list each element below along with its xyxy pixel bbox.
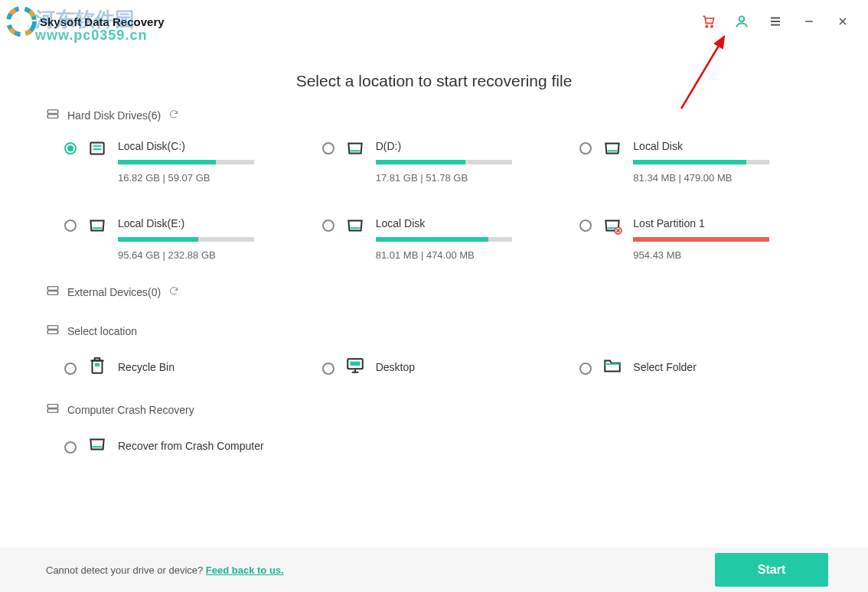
start-button[interactable]: Start bbox=[715, 553, 828, 587]
svg-rect-25 bbox=[47, 405, 58, 408]
drive-item[interactable]: Lost Partition 1954.43 MB bbox=[579, 217, 837, 261]
cart-icon[interactable] bbox=[700, 13, 716, 30]
disk-icon bbox=[345, 216, 365, 239]
refresh-icon[interactable] bbox=[168, 109, 179, 122]
minimize-button[interactable] bbox=[801, 13, 817, 30]
capacity-bar bbox=[376, 237, 512, 242]
drive-body: Local Disk(C:)16.82 GB | 59.07 GB bbox=[118, 140, 279, 184]
location-desktop[interactable]: Desktop bbox=[322, 356, 580, 379]
section-external: External Devices(0) bbox=[0, 284, 868, 300]
capacity-bar bbox=[118, 160, 254, 164]
refresh-icon[interactable] bbox=[168, 285, 179, 298]
svg-rect-16 bbox=[47, 287, 58, 291]
svg-rect-11 bbox=[608, 150, 618, 151]
drive-name: Local Disk(C:) bbox=[118, 140, 279, 152]
svg-rect-9 bbox=[93, 148, 102, 150]
radio[interactable] bbox=[64, 142, 77, 155]
location-recycle-bin[interactable]: Recycle Bin bbox=[64, 356, 322, 379]
drive-body: Local Disk81.01 MB | 474.00 MB bbox=[376, 217, 537, 261]
section-hard-disk: Hard Disk Drives(6) bbox=[0, 107, 868, 123]
location-select-folder[interactable]: Select Folder bbox=[579, 356, 837, 379]
menu-icon[interactable] bbox=[767, 13, 784, 30]
location-label: Desktop bbox=[376, 361, 415, 373]
svg-rect-23 bbox=[350, 362, 360, 366]
svg-rect-10 bbox=[350, 150, 360, 151]
radio[interactable] bbox=[64, 220, 77, 232]
location-label: Recycle Bin bbox=[118, 361, 175, 373]
location-label: Select Folder bbox=[633, 361, 696, 373]
drive-capacity: 17.81 GB | 51.78 GB bbox=[376, 172, 537, 184]
drive-name: Local Disk bbox=[633, 140, 794, 152]
drive-item[interactable]: Local Disk81.01 MB | 474.00 MB bbox=[322, 217, 580, 261]
svg-rect-18 bbox=[47, 326, 58, 330]
page-title: Select a location to start recovering fi… bbox=[0, 72, 868, 90]
drive-item[interactable]: Local Disk81.34 MB | 479.00 MB bbox=[579, 140, 837, 184]
drive-stack-icon bbox=[46, 107, 60, 123]
disk-icon bbox=[602, 138, 622, 161]
radio[interactable] bbox=[579, 220, 592, 232]
app-logo-icon bbox=[6, 6, 37, 37]
drive-name: D(D:) bbox=[376, 140, 537, 152]
disk-icon bbox=[602, 216, 622, 239]
recycle-bin-icon bbox=[87, 356, 107, 379]
capacity-bar bbox=[633, 160, 769, 164]
radio[interactable] bbox=[322, 220, 334, 232]
title-actions bbox=[700, 13, 860, 30]
section-crash-recovery: Computer Crash Recovery bbox=[0, 402, 868, 418]
drive-body: D(D:)17.81 GB | 51.78 GB bbox=[376, 140, 537, 184]
drive-item[interactable]: D(D:)17.81 GB | 51.78 GB bbox=[322, 140, 580, 184]
drive-stack-icon bbox=[46, 323, 60, 339]
radio[interactable] bbox=[579, 142, 592, 155]
svg-rect-21 bbox=[95, 363, 100, 366]
drive-body: Local Disk(E:)95.64 GB | 232.88 GB bbox=[118, 217, 279, 261]
capacity-bar bbox=[633, 237, 769, 242]
drive-item[interactable]: Local Disk(E:)95.64 GB | 232.88 GB bbox=[64, 217, 322, 261]
user-icon[interactable] bbox=[733, 13, 750, 30]
section-crash-label: Computer Crash Recovery bbox=[67, 404, 194, 416]
radio[interactable] bbox=[322, 142, 334, 155]
drive-stack-icon bbox=[46, 402, 60, 418]
drive-capacity: 16.82 GB | 59.07 GB bbox=[118, 172, 279, 184]
footer-message: Cannot detect your drive or device? Feed… bbox=[46, 563, 284, 577]
drive-item[interactable]: Local Disk(C:)16.82 GB | 59.07 GB bbox=[64, 140, 322, 184]
drive-body: Local Disk81.34 MB | 479.00 MB bbox=[633, 140, 794, 184]
svg-rect-20 bbox=[93, 361, 103, 373]
section-select-location-label: Select location bbox=[67, 325, 137, 337]
crash-row: Recover from Crash Computer bbox=[0, 434, 868, 457]
disk-icon bbox=[87, 216, 107, 239]
drive-body: Lost Partition 1954.43 MB bbox=[633, 217, 794, 261]
radio[interactable] bbox=[64, 363, 77, 375]
drive-capacity: 95.64 GB | 232.88 GB bbox=[118, 249, 279, 261]
disk-icon bbox=[345, 138, 365, 161]
section-external-label: External Devices(0) bbox=[67, 286, 161, 298]
drive-capacity: 81.01 MB | 474.00 MB bbox=[376, 249, 537, 261]
crash-recovery-item[interactable]: Recover from Crash Computer bbox=[64, 434, 322, 457]
capacity-bar bbox=[376, 160, 512, 164]
radio[interactable] bbox=[64, 441, 77, 454]
svg-rect-26 bbox=[47, 409, 58, 413]
svg-rect-6 bbox=[47, 115, 58, 119]
svg-rect-27 bbox=[93, 446, 103, 447]
drive-capacity: 81.34 MB | 479.00 MB bbox=[633, 172, 794, 184]
svg-rect-13 bbox=[350, 227, 360, 229]
watermark-url: www.pc0359.cn bbox=[35, 28, 147, 44]
drive-capacity: 954.43 MB bbox=[633, 249, 794, 261]
drive-stack-icon bbox=[46, 284, 60, 300]
svg-rect-17 bbox=[47, 291, 58, 295]
svg-rect-19 bbox=[47, 330, 58, 334]
svg-rect-5 bbox=[47, 110, 58, 114]
svg-rect-12 bbox=[93, 227, 103, 229]
svg-point-2 bbox=[706, 26, 707, 28]
radio[interactable] bbox=[322, 363, 334, 375]
feedback-link[interactable]: Feed back to us. bbox=[206, 564, 284, 576]
drive-name: Local Disk(E:) bbox=[118, 217, 279, 229]
svg-point-3 bbox=[711, 26, 713, 28]
locations-grid: Recycle Bin Desktop Select Folder bbox=[0, 356, 868, 379]
disk-icon bbox=[87, 138, 107, 161]
close-button[interactable] bbox=[834, 13, 851, 30]
crash-item-label: Recover from Crash Computer bbox=[118, 440, 264, 452]
radio[interactable] bbox=[579, 363, 592, 375]
svg-rect-24 bbox=[605, 363, 621, 365]
footer-text: Cannot detect your drive or device? bbox=[46, 564, 206, 576]
svg-point-4 bbox=[739, 16, 745, 21]
